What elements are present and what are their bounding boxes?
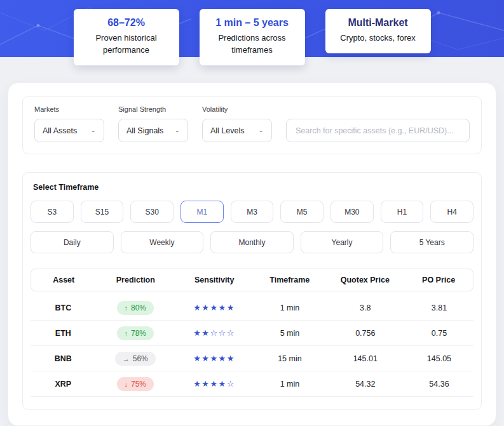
chevron-down-icon: ⌄ [175, 128, 180, 133]
asset-name: XRP [31, 380, 96, 389]
timeframe-button[interactable]: 5 Years [390, 231, 473, 253]
filter-dropdowns: Markets All Assets ⌄ Signal Strength All… [34, 105, 272, 142]
prediction-badge: → 56% [115, 352, 156, 366]
sensitivity-stars: ★★★★★ [175, 303, 254, 312]
signals-table-header: AssetPredictionSensitivityTimeframeQuote… [31, 269, 473, 291]
filter-group: Volatility All Levels ⌄ [202, 105, 272, 142]
stat-title: Multi-Market [337, 17, 419, 29]
timeframe-button[interactable]: Daily [31, 231, 114, 253]
row-timeframe: 5 min [254, 329, 325, 338]
direction-arrow-icon: ↑ [125, 329, 128, 337]
asset-search-input[interactable] [286, 119, 470, 142]
stat-title: 68–72% [85, 17, 168, 29]
asset-name: ETH [31, 329, 96, 338]
filter-group: Markets All Assets ⌄ [34, 105, 104, 142]
filter-value: All Signals [126, 126, 163, 135]
table-row: ETH ↑ 78% ★★☆☆☆ 5 min 0.756 0.75 [31, 321, 473, 346]
stat-title: 1 min – 5 years [211, 17, 294, 29]
sensitivity-stars: ★★☆☆☆ [175, 328, 254, 338]
filter-dropdown[interactable]: All Signals ⌄ [118, 119, 188, 142]
chevron-down-icon: ⌄ [91, 128, 96, 133]
timeframe-button[interactable]: H4 [430, 201, 473, 223]
stat-card: Multi-Market Crypto, stocks, forex [325, 9, 431, 53]
sensitivity-stars: ★★★★☆ [175, 379, 254, 389]
column-header: Timeframe [254, 276, 325, 284]
column-header: Sensitivity [175, 276, 254, 284]
po-price: 3.81 [405, 303, 473, 312]
prediction-value: 75% [131, 380, 146, 389]
timeframe-button[interactable]: Monthly [210, 231, 294, 253]
quotex-price: 3.8 [326, 303, 405, 312]
timeframe-button[interactable]: M1 [180, 201, 224, 223]
timeframe-button[interactable]: M30 [330, 201, 374, 223]
timeframe-button[interactable]: M3 [231, 201, 274, 223]
stat-subtitle: Proven historical performance [85, 32, 168, 57]
sensitivity-stars: ★★★★★ [175, 354, 254, 363]
timeframe-row-short: S3 S15 S30 M1 M3 M5 M30 H1 H4 [31, 201, 473, 223]
signals-table-body: BTC ↑ 80% ★★★★★ 1 min 3.8 3.81 ETH ↑ 78%… [31, 295, 473, 397]
stat-card: 68–72% Proven historical performance [74, 9, 179, 65]
prediction-value: 80% [131, 303, 146, 312]
column-header: Prediction [96, 276, 175, 284]
filter-dropdown[interactable]: All Assets ⌄ [34, 119, 104, 142]
direction-arrow-icon: ↑ [125, 304, 128, 312]
quotex-price: 54.32 [326, 380, 405, 389]
quotex-price: 145.01 [326, 354, 405, 363]
direction-arrow-icon: ↓ [125, 380, 128, 388]
chevron-down-icon: ⌄ [259, 128, 264, 133]
asset-name: BNB [31, 354, 96, 363]
table-row: XRP ↓ 75% ★★★★☆ 1 min 54.32 54.36 [31, 371, 473, 397]
search-field-wrap [286, 119, 470, 142]
table-row: BNB → 56% ★★★★★ 15 min 145.01 145.05 [31, 346, 473, 371]
filter-label: Signal Strength [118, 105, 188, 113]
filter-dropdown[interactable]: All Levels ⌄ [202, 119, 272, 142]
timeframe-button[interactable]: Weekly [121, 231, 204, 253]
timeframe-button[interactable]: S30 [130, 201, 174, 223]
timeframe-button[interactable]: Yearly [301, 231, 384, 253]
prediction-value: 56% [133, 354, 148, 363]
timeframe-button[interactable]: S15 [81, 201, 124, 223]
timeframe-and-table-section: Select Timeframe S3 S15 S30 M1 M3 M5 M30… [22, 172, 482, 410]
filter-group: Signal Strength All Signals ⌄ [118, 105, 188, 142]
po-price: 0.75 [405, 329, 473, 338]
timeframe-row-long: Daily Weekly Monthly Yearly 5 Years [31, 231, 473, 253]
prediction-badge: ↓ 75% [117, 377, 154, 391]
timeframe-button[interactable]: M5 [280, 201, 324, 223]
filter-value: All Assets [43, 126, 77, 135]
filter-value: All Levels [210, 126, 245, 135]
prediction-badge: ↑ 78% [117, 326, 154, 340]
stat-subtitle: Crypto, stocks, forex [337, 32, 419, 44]
table-row: BTC ↑ 80% ★★★★★ 1 min 3.8 3.81 [31, 295, 473, 321]
prediction-badge: ↑ 80% [117, 301, 154, 315]
prediction-value: 78% [131, 329, 146, 338]
stat-subtitle: Predictions across timeframes [211, 32, 294, 57]
filter-label: Volatility [202, 105, 272, 113]
row-timeframe: 1 min [254, 380, 325, 389]
column-header: Asset [31, 276, 96, 284]
po-price: 145.05 [405, 354, 473, 363]
column-header: Quotex Price [325, 276, 404, 284]
stat-cards: 68–72% Proven historical performance 1 m… [0, 9, 504, 65]
row-timeframe: 15 min [254, 354, 325, 363]
po-price: 54.36 [405, 380, 473, 389]
hero-banner: 68–72% Proven historical performance 1 m… [0, 0, 504, 57]
filters-section: Markets All Assets ⌄ Signal Strength All… [22, 96, 482, 154]
direction-arrow-icon: → [123, 355, 130, 363]
signals-panel: Markets All Assets ⌄ Signal Strength All… [8, 83, 496, 426]
timeframe-section-title: Select Timeframe [33, 183, 473, 192]
quotex-price: 0.756 [326, 329, 405, 338]
column-header: PO Price [404, 276, 473, 284]
filter-label: Markets [34, 105, 104, 113]
stat-card: 1 min – 5 years Predictions across timef… [200, 9, 305, 65]
row-timeframe: 1 min [254, 303, 325, 312]
asset-name: BTC [31, 303, 96, 312]
timeframe-button[interactable]: H1 [381, 201, 424, 223]
timeframe-button[interactable]: S3 [31, 201, 74, 223]
